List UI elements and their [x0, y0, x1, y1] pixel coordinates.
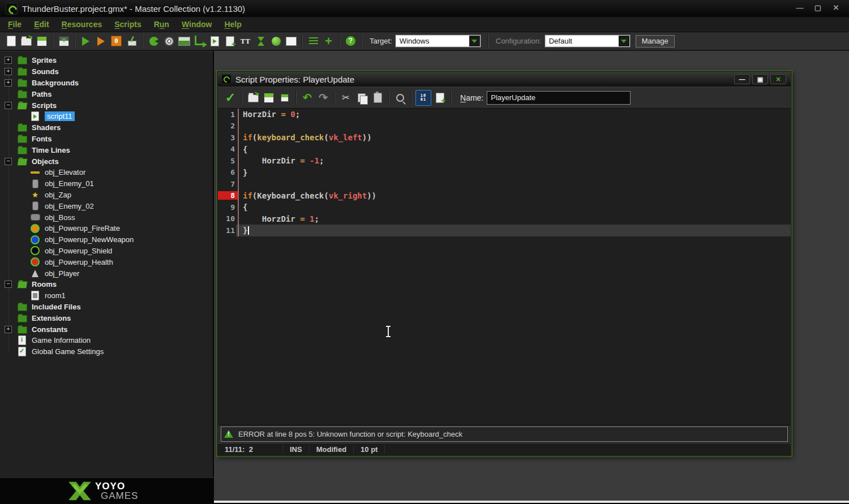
- save-script-button[interactable]: [261, 91, 276, 105]
- search-button[interactable]: [393, 91, 408, 105]
- code-line-9[interactable]: 9{: [218, 201, 791, 213]
- tree-item-sounds[interactable]: +Sounds: [0, 66, 213, 77]
- script-window-titlebar[interactable]: Script Properties: PlayerUpdate — ▣ ✕: [218, 72, 791, 87]
- code-line-5[interactable]: 5 HorzDir = -1;: [218, 155, 791, 167]
- tree-item-obj-elevator[interactable]: obj_Elevator: [0, 167, 213, 178]
- apply-check-button[interactable]: ✓: [223, 91, 238, 105]
- close-icon[interactable]: ✕: [770, 74, 786, 84]
- create-sprite-button[interactable]: [146, 34, 161, 49]
- tree-item-obj-enemy-02[interactable]: obj_Enemy_02: [0, 200, 213, 212]
- toggle-line-numbers-button[interactable]: 1001: [415, 90, 431, 106]
- code-line-6[interactable]: 6}: [218, 167, 791, 179]
- create-timeline-button[interactable]: [253, 34, 268, 49]
- tree-item-obj-powerup-newweapon[interactable]: obj_Powerup_NewWeapon: [0, 234, 213, 245]
- tree-item-constants[interactable]: +Constants: [0, 324, 213, 335]
- save-project-button[interactable]: [34, 34, 49, 49]
- tree-item-obj-zap[interactable]: ★obj_Zap: [0, 189, 213, 201]
- target-dropdown[interactable]: Windows: [396, 35, 481, 47]
- code-line-10[interactable]: 10 HorzDir = 1;: [218, 213, 791, 225]
- tree-expander-icon[interactable]: +: [5, 68, 12, 75]
- tree-item-obj-powerup-shield[interactable]: obj_Powerup_Shield: [0, 245, 213, 257]
- tree-item-scripts[interactable]: −Scripts: [0, 100, 213, 111]
- help-button[interactable]: ?: [343, 34, 358, 49]
- paste-button[interactable]: [370, 91, 385, 105]
- menu-resources[interactable]: Resources: [62, 20, 102, 29]
- undo-button[interactable]: ↶: [300, 91, 315, 105]
- redo-button[interactable]: ↷: [316, 91, 331, 105]
- maximize-button[interactable]: ▢: [811, 3, 825, 14]
- tree-item-obj-enemy-01[interactable]: obj_Enemy_01: [0, 178, 213, 189]
- tree-item-script11[interactable]: script11: [0, 111, 213, 122]
- tree-item-obj-powerup-firerate[interactable]: obj_Powerup_FireRate: [0, 223, 213, 234]
- tree-item-extensions[interactable]: Extensions: [0, 312, 213, 324]
- tree-item-objects[interactable]: −Objects: [0, 156, 213, 167]
- new-project-button[interactable]: [3, 34, 19, 49]
- maximize-button[interactable]: ▣: [752, 74, 768, 84]
- configuration-dropdown[interactable]: Default: [545, 35, 630, 47]
- tree-expander-icon[interactable]: −: [5, 102, 12, 109]
- add-resource-button[interactable]: +: [321, 34, 336, 49]
- create-font-button[interactable]: TT: [238, 34, 253, 49]
- code-line-11[interactable]: 11}: [218, 225, 791, 236]
- create-sound-button[interactable]: [161, 34, 177, 49]
- gutter-divider: [238, 178, 239, 190]
- script-name-input[interactable]: [487, 91, 631, 105]
- tree-item-paths[interactable]: Paths: [0, 88, 213, 100]
- run-game-button[interactable]: [78, 34, 93, 49]
- tree-item-sprites[interactable]: +Sprites: [0, 55, 213, 66]
- create-script-button[interactable]: [207, 34, 222, 49]
- tree-expander-icon[interactable]: −: [5, 158, 12, 165]
- create-shader-button[interactable]: [222, 34, 238, 49]
- create-object-button[interactable]: [268, 34, 284, 49]
- app-title: ThunderBuster.project.gmx* - Master Coll…: [22, 4, 245, 14]
- menu-run[interactable]: Run: [154, 20, 169, 29]
- tree-item-obj-boss[interactable]: obj_Boss: [0, 212, 213, 223]
- tree-item-included-files[interactable]: Included Files: [0, 301, 213, 313]
- create-executable-button[interactable]: [56, 34, 71, 49]
- minimize-button[interactable]: —: [734, 74, 750, 84]
- tree-item-backgrounds[interactable]: +Backgrounds: [0, 77, 213, 89]
- clean-cache-button[interactable]: [124, 34, 139, 49]
- menu-file[interactable]: File: [8, 20, 22, 29]
- open-project-button[interactable]: [19, 34, 34, 49]
- tree-item-obj-player[interactable]: obj_Player: [0, 268, 213, 279]
- configuration-label: Configuration:: [496, 37, 542, 45]
- load-script-button[interactable]: [246, 91, 260, 105]
- cut-button[interactable]: ✂: [338, 91, 353, 105]
- code-line-7[interactable]: 7: [218, 178, 791, 190]
- tree-expander-icon[interactable]: +: [5, 57, 12, 64]
- create-background-button[interactable]: [177, 34, 192, 49]
- show-macros-button[interactable]: [306, 34, 321, 49]
- script-action-button[interactable]: [432, 91, 447, 105]
- stop-button[interactable]: 0: [109, 34, 124, 49]
- tree-item-global-game-settings[interactable]: Global Game Settings: [0, 346, 213, 357]
- create-room-button[interactable]: [284, 34, 299, 49]
- export-script-button[interactable]: [277, 91, 292, 105]
- code-line-3[interactable]: 3if(keyboard_check(vk_left)): [218, 132, 791, 144]
- copy-button[interactable]: [354, 91, 369, 105]
- tree-item-room1[interactable]: room1: [0, 290, 213, 301]
- minimize-button[interactable]: —: [792, 3, 807, 14]
- manage-button[interactable]: Manage: [636, 35, 675, 48]
- menu-window[interactable]: Window: [182, 20, 212, 29]
- code-line-4[interactable]: 4{: [218, 144, 791, 156]
- menu-help[interactable]: Help: [224, 20, 241, 29]
- tree-item-rooms[interactable]: −Rooms: [0, 279, 213, 290]
- tree-expander-icon[interactable]: +: [5, 326, 12, 333]
- close-button[interactable]: ✕: [829, 3, 843, 14]
- tree-item-shaders[interactable]: Shaders: [0, 122, 213, 133]
- tree-item-obj-powerup-health[interactable]: obj_Powerup_Health: [0, 256, 213, 268]
- code-editor[interactable]: 1HorzDir = 0;23if(keyboard_check(vk_left…: [218, 109, 791, 425]
- tree-expander-icon[interactable]: +: [5, 79, 12, 87]
- create-path-button[interactable]: [192, 34, 207, 49]
- tree-expander-icon[interactable]: −: [5, 281, 12, 288]
- menu-edit[interactable]: Edit: [34, 20, 49, 29]
- tree-item-time-lines[interactable]: Time Lines: [0, 144, 213, 156]
- tree-item-fonts[interactable]: Fonts: [0, 133, 213, 145]
- run-debug-button[interactable]: [93, 34, 109, 49]
- tree-item-game-information[interactable]: Game Information: [0, 335, 213, 346]
- code-line-1[interactable]: 1HorzDir = 0;: [218, 109, 791, 120]
- code-line-8[interactable]: 8if(Keyboard_check(vk_right)): [218, 190, 791, 202]
- menu-scripts[interactable]: Scripts: [114, 20, 141, 29]
- code-line-2[interactable]: 2: [218, 120, 791, 132]
